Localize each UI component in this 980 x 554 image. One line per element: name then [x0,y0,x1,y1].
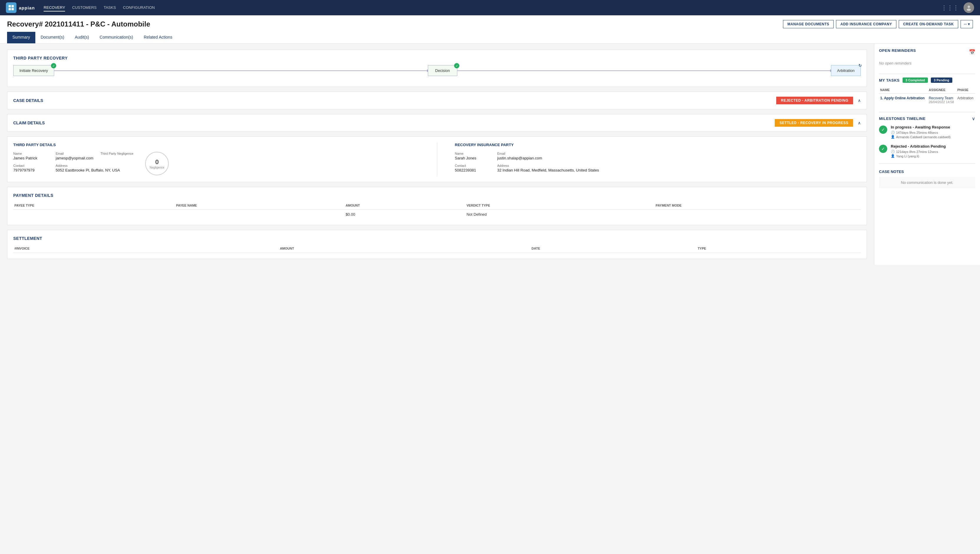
claim-status-badge: SETTLED - RECOVERY IN PROGRESS [775,119,853,127]
tp-email-value: jamesp@yopmail.com [56,156,93,160]
logo-text: appian [19,5,35,10]
svg-rect-0 [8,5,11,7]
grid-icon[interactable]: ⋮⋮⋮ [941,4,959,11]
tab-communications[interactable]: Communication(s) [94,32,138,43]
my-tasks-title: MY TASKS [879,78,900,83]
case-details-header[interactable]: CASE DETAILS REJECTED - ARBITRATION PEND… [13,97,861,104]
milestone-item-2: ✓ Rejected - Arbitration Pending 🕐 121da… [879,144,975,158]
rip-email-value: justin.shalap@appian.com [497,156,542,160]
recovery-insurance-col: RECOVERY INSURANCE PARTY Name Sarah Jone… [455,143,861,176]
check-badge-initiate: ✓ [51,63,56,69]
header-buttons: MANAGE DOCUMENTS ADD INSURANCE COMPANY C… [783,20,973,28]
workflow-arrow-1 [54,70,428,71]
tp-negligence-label: Third Party Negligence [100,152,136,155]
svg-point-5 [967,8,971,11]
tp-address-group: Address 5052 Eastbrooke Pl, Buffalo, NY,… [56,164,120,172]
tab-summary[interactable]: Summary [7,32,35,43]
milestone-check-icon-2: ✓ [879,145,887,153]
more-button[interactable]: ··· ▾ [961,20,973,28]
no-communication-text: No communication is done yet. [879,177,975,188]
rip-address-group: Address 32 Indian Hill Road, Medfield, M… [497,164,599,172]
page-title: Recovery# 2021011411 - P&C - Automobile [7,20,150,28]
tab-audits[interactable]: Audit(s) [70,32,94,43]
tasks-col-assignee: ASSIGNEE [928,86,956,94]
negligence-circle: 0 Negligence [145,152,169,175]
workflow-node-initiate: Initiate Recovery ✓ [13,65,54,76]
rip-fields-row1: Name Sarah Jones Email justin.shalap@app… [455,152,861,160]
app-logo[interactable]: appian [6,2,35,13]
milestone-title-2: Rejected - Arbitration Pending [891,144,975,148]
third-party-details-col: THIRD PARTY DETAILS Name James Patrick E… [13,143,419,176]
rip-fields-row2: Contact 5082239381 Address 32 Indian Hil… [455,164,861,172]
milestone-title-1: In progress - Awaiting Response [891,125,975,129]
third-party-fields-row2: Contact 7979797979 Address 5052 Eastbroo… [13,164,136,172]
my-tasks-section: MY TASKS 3 Completed 3 Pending NAME ASSI… [879,78,975,106]
claim-details-chevron[interactable]: ∧ [858,121,861,125]
rip-contact-value: 5082239381 [455,168,490,172]
open-reminders-section: OPEN REMINDERS 📅 No open reminders [879,48,975,68]
nav-recovery[interactable]: RECOVERY [44,4,65,11]
node-arbitration-label: Arbitration [837,69,854,73]
milestone-check-icon-1: ✓ [879,126,887,134]
nav-configuration[interactable]: CONFIGURATION [123,4,155,11]
open-reminders-title: OPEN REMINDERS [879,48,916,53]
milestones-chevron-icon[interactable]: ∨ [972,116,975,121]
third-party-recovery-section: THIRD PARTY RECOVERY Initiate Recovery ✓… [7,49,867,87]
col-payee-name: PAYEE NAME [175,201,345,210]
svg-rect-3 [11,8,14,10]
col-amount: AMOUNT [345,201,466,210]
col-payment-mode: PAYMENT MODE [655,201,861,210]
rip-contact-label: Contact [455,164,490,168]
payee-type-cell [13,210,175,219]
left-panel: THIRD PARTY RECOVERY Initiate Recovery ✓… [0,44,874,265]
node-initiate-label: Initiate Recovery [19,69,48,73]
top-navigation: appian RECOVERY CUSTOMERS TASKS CONFIGUR… [0,0,980,15]
case-notes-section: CASE NOTES No communication is done yet. [879,169,975,188]
milestone-user-2: 👤 Yang Li (yang.li) [891,154,975,158]
no-reminders-text: No open reminders [879,59,975,68]
tab-documents[interactable]: Document(s) [35,32,70,43]
page-header: Recovery# 2021011411 - P&C - Automobile … [0,15,980,44]
more-icon: ··· [964,22,967,26]
milestone-time-1: 🕐 147days 9hrs 25mins 48secs [891,131,975,134]
tp-address-label: Address [56,164,120,168]
create-task-button[interactable]: CREATE ON-DEMAND TASK [899,20,958,28]
case-status-badge: REJECTED - ARBITRATION PENDING [776,97,853,104]
rip-contact-group: Contact 5082239381 [455,164,490,172]
negligence-sub: Negligence [150,166,164,169]
case-notes-title: CASE NOTES [879,169,975,174]
user-avatar[interactable] [964,2,974,13]
manage-documents-button[interactable]: MANAGE DOCUMENTS [783,20,834,28]
nav-tasks[interactable]: TASKS [103,4,116,11]
milestone-time-value-2: 121days 8hrs 27mins 12secs [896,150,938,153]
workflow-node-decision: Decision ✓ [428,65,457,76]
tp-name-label: Name [13,152,49,155]
tasks-col-phase: PHASE [956,86,975,94]
clock-icon-2: 🕐 [891,150,895,153]
claim-details-section: CLAIM DETAILS SETTLED - RECOVERY IN PROG… [7,114,867,132]
case-details-chevron[interactable]: ∧ [858,98,861,103]
tp-email-group: Email jamesp@yopmail.com [56,152,93,160]
divider-1 [879,73,975,74]
nav-customers[interactable]: CUSTOMERS [72,4,97,11]
settlement-section: SETTLEMENT #INVOICE AMOUNT DATE TYPE [7,230,867,259]
add-insurance-button[interactable]: ADD INSURANCE COMPANY [836,20,896,28]
main-content: THIRD PARTY RECOVERY Initiate Recovery ✓… [0,44,980,265]
milestones-header[interactable]: MILESTONES TIMELINE ∨ [879,116,975,121]
claim-details-title: CLAIM DETAILS [13,121,45,125]
right-panel: OPEN REMINDERS 📅 No open reminders MY TA… [874,44,980,265]
col-invoice: #INVOICE [13,244,278,253]
milestone-item-1: ✓ In progress - Awaiting Response 🕐 147d… [879,125,975,139]
rip-name-group: Name Sarah Jones [455,152,490,160]
calendar-icon[interactable]: 📅 [969,49,975,56]
tp-email-label: Email [56,152,93,155]
milestones-section: MILESTONES TIMELINE ∨ ✓ In progress - Aw… [879,116,975,158]
tab-related-actions[interactable]: Related Actions [138,32,178,43]
payment-row: $0.00 Not Defined [13,210,861,219]
claim-details-header[interactable]: CLAIM DETAILS SETTLED - RECOVERY IN PROG… [13,119,861,127]
tp-negligence-label-group: Third Party Negligence [100,152,136,160]
spin-badge-arbitration: ↻ [858,63,863,69]
task-link[interactable]: 1. Apply Online Arbitration [880,96,924,100]
svg-rect-2 [8,8,11,10]
nav-links: RECOVERY CUSTOMERS TASKS CONFIGURATION [44,4,154,11]
